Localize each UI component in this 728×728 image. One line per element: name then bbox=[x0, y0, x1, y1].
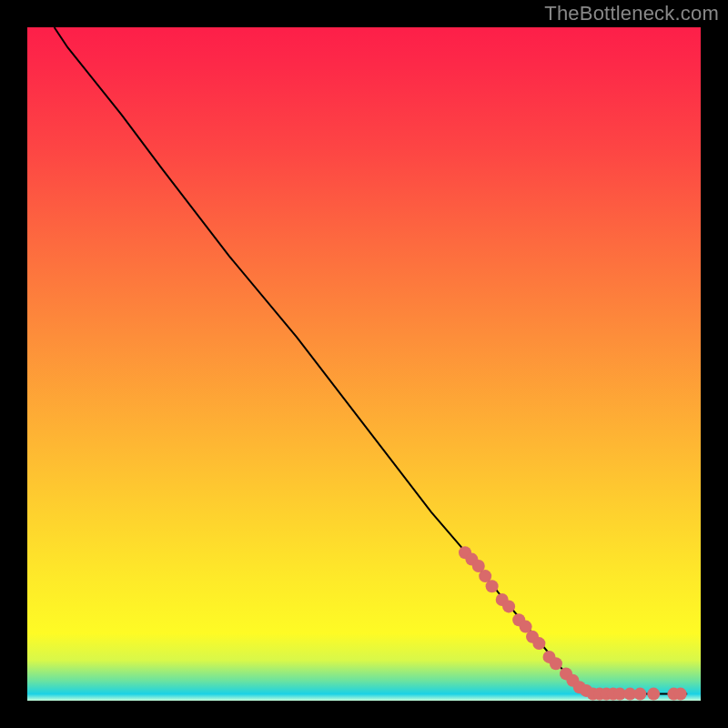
data-marker bbox=[633, 688, 646, 701]
plot-area bbox=[27, 27, 701, 701]
chart-frame: TheBottleneck.com bbox=[0, 0, 728, 728]
marker-group bbox=[459, 546, 687, 700]
attribution-text: TheBottleneck.com bbox=[544, 2, 719, 25]
data-marker bbox=[486, 580, 499, 592]
data-marker bbox=[550, 657, 562, 670]
data-marker bbox=[502, 600, 515, 612]
chart-overlay bbox=[27, 27, 701, 701]
data-marker bbox=[647, 688, 660, 701]
curve-line bbox=[55, 27, 688, 694]
data-marker bbox=[532, 637, 545, 650]
data-marker bbox=[674, 688, 687, 701]
